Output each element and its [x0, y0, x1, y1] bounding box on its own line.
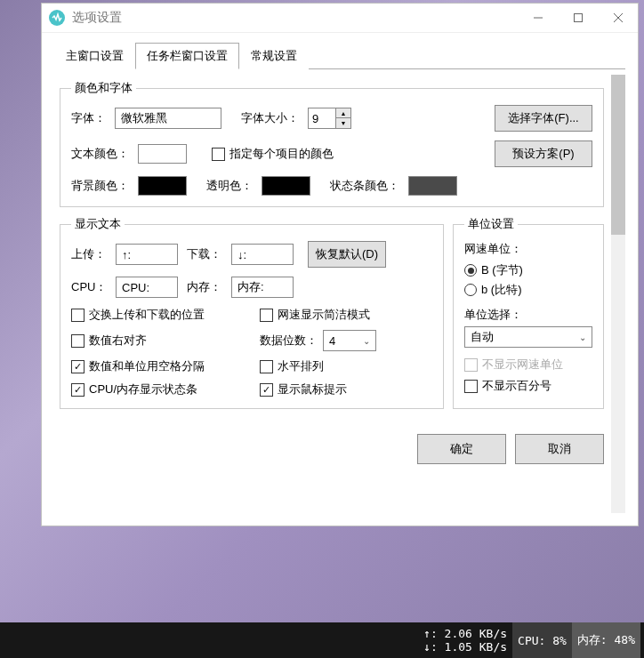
maximize-button[interactable]	[558, 4, 598, 33]
tab-main-window[interactable]: 主窗口设置	[54, 43, 135, 69]
cpu-mem-statusbar-label: CPU/内存显示状态条	[89, 381, 197, 397]
options-dialog: 选项设置 主窗口设置 任务栏窗口设置 常规设置 颜色和字体 字体：	[41, 3, 639, 526]
restore-default-button[interactable]: 恢复默认(D)	[308, 241, 386, 268]
netspeed-unit-label: 网速单位：	[464, 241, 592, 257]
checkbox-icon	[464, 358, 478, 372]
cpu-value: CPU: 8%	[518, 634, 567, 647]
bg-color-label: 背景颜色：	[71, 178, 129, 194]
swap-up-down-label: 交换上传和下载的位置	[89, 307, 205, 323]
choose-font-button[interactable]: 选择字体(F)...	[495, 105, 592, 132]
display-text-group: 显示文本 上传： 下载： 恢复默认(D) CPU： 内存：	[60, 216, 444, 409]
traffic-monitor[interactable]: ↑: 2.06 KB/s ↓: 1.05 KB/s CPU: 8% 内存: 48…	[418, 622, 640, 658]
trans-color-label: 透明色：	[206, 178, 253, 194]
horizontal-layout-checkbox[interactable]: 水平排列	[260, 358, 432, 374]
content-area: 颜色和字体 字体： 字体大小： ▲ ▼ 选择字体(F)...	[54, 69, 625, 513]
cpu-prefix-input[interactable]	[116, 277, 178, 298]
unit-settings-group: 单位设置 网速单位： B (字节) b (比特) 单位选择： 自动 ⌄	[453, 216, 604, 409]
chevron-down-icon: ⌄	[363, 336, 370, 346]
preset-scheme-button[interactable]: 预设方案(P)	[495, 140, 592, 167]
memory-display: 内存: 48%	[572, 622, 640, 658]
app-icon	[49, 10, 65, 26]
tab-general[interactable]: 常规设置	[239, 43, 309, 69]
checkbox-icon	[71, 360, 85, 373]
font-name-input[interactable]	[115, 108, 221, 129]
unit-select-combo[interactable]: 自动 ⌄	[464, 326, 592, 348]
radio-icon	[464, 284, 477, 296]
upload-label: 上传：	[71, 246, 107, 262]
status-bar-color-swatch[interactable]	[408, 176, 457, 196]
minimize-button[interactable]	[518, 4, 558, 33]
upload-prefix-input[interactable]	[116, 244, 178, 265]
titlebar: 选项设置	[42, 4, 638, 33]
value-right-align-checkbox[interactable]: 数值右对齐	[71, 330, 244, 351]
unit-settings-legend: 单位设置	[464, 216, 518, 232]
tab-taskbar-window[interactable]: 任务栏窗口设置	[135, 43, 239, 69]
checkbox-icon	[260, 383, 273, 397]
trans-color-swatch[interactable]	[262, 176, 310, 196]
download-speed: ↓: 1.05 KB/s	[423, 640, 507, 654]
taskbar: ↑: 2.06 KB/s ↓: 1.05 KB/s CPU: 8% 内存: 48…	[0, 622, 644, 658]
svg-rect-1	[574, 14, 582, 22]
vertical-scrollbar[interactable]	[611, 75, 625, 513]
text-color-swatch[interactable]	[138, 144, 187, 164]
per-item-color-checkbox[interactable]: 指定每个项目的颜色	[212, 146, 334, 162]
font-size-spinner[interactable]: ▲ ▼	[308, 108, 351, 129]
close-button[interactable]	[598, 4, 638, 33]
show-tooltip-label: 显示鼠标提示	[278, 381, 347, 397]
memory-prefix-input[interactable]	[231, 277, 294, 298]
checkbox-icon	[71, 334, 85, 348]
window-title: 选项设置	[72, 10, 518, 26]
ok-button[interactable]: 确定	[417, 434, 506, 464]
net-concise-label: 网速显示简洁模式	[278, 307, 370, 323]
font-size-input[interactable]	[309, 112, 335, 125]
cpu-display: CPU: 8%	[512, 622, 572, 658]
num-unit-space-checkbox[interactable]: 数值和单位用空格分隔	[71, 358, 244, 374]
checkbox-icon	[260, 309, 273, 322]
colors-fonts-group: 颜色和字体 字体： 字体大小： ▲ ▼ 选择字体(F)...	[60, 80, 604, 207]
font-size-up[interactable]: ▲	[336, 108, 350, 118]
cpu-label: CPU：	[71, 279, 107, 295]
tab-strip: 主窗口设置 任务栏窗口设置 常规设置	[54, 42, 625, 69]
text-color-label: 文本颜色：	[71, 146, 129, 162]
memory-label: 内存：	[187, 279, 222, 295]
status-bar-color-label: 状态条颜色：	[330, 178, 399, 194]
unit-select-label: 单位选择：	[464, 307, 592, 323]
upload-speed: ↑: 2.06 KB/s	[423, 627, 507, 640]
checkbox-icon	[71, 309, 85, 322]
download-label: 下载：	[187, 246, 222, 262]
scrollbar-thumb[interactable]	[611, 75, 625, 235]
net-speed-display: ↑: 2.06 KB/s ↓: 1.05 KB/s	[418, 622, 512, 658]
per-item-color-label: 指定每个项目的颜色	[229, 146, 334, 162]
checkbox-icon	[212, 148, 225, 161]
value-right-align-label: 数值右对齐	[89, 333, 147, 349]
num-unit-space-label: 数值和单位用空格分隔	[89, 358, 205, 374]
checkbox-icon	[260, 360, 273, 373]
checkbox-icon	[464, 380, 478, 393]
font-size-down[interactable]: ▼	[336, 118, 350, 128]
hide-percent-checkbox[interactable]: 不显示百分号	[464, 378, 592, 394]
cancel-button[interactable]: 取消	[515, 434, 604, 464]
data-digits-label: 数据位数：	[260, 333, 318, 349]
cpu-mem-statusbar-checkbox[interactable]: CPU/内存显示状态条	[71, 381, 244, 397]
dialog-buttons: 确定 取消	[60, 434, 604, 464]
byte-label: B (字节)	[481, 262, 523, 278]
bit-radio[interactable]: b (比特)	[464, 282, 592, 298]
data-digits-value: 4	[329, 334, 335, 348]
font-label: 字体：	[71, 110, 106, 126]
net-concise-checkbox[interactable]: 网速显示简洁模式	[260, 307, 432, 323]
checkbox-icon	[71, 383, 85, 397]
bit-label: b (比特)	[481, 282, 522, 298]
bg-color-swatch[interactable]	[138, 176, 187, 196]
swap-up-down-checkbox[interactable]: 交换上传和下载的位置	[71, 307, 244, 323]
chevron-down-icon: ⌄	[579, 333, 586, 342]
hide-netspeed-unit-label: 不显示网速单位	[482, 357, 563, 373]
download-prefix-input[interactable]	[231, 244, 294, 265]
show-tooltip-checkbox[interactable]: 显示鼠标提示	[260, 381, 432, 397]
display-text-legend: 显示文本	[71, 216, 125, 232]
data-digits-combo[interactable]: 4 ⌄	[323, 330, 376, 351]
memory-value: 内存: 48%	[577, 632, 635, 648]
byte-radio[interactable]: B (字节)	[464, 262, 592, 278]
hide-netspeed-unit-checkbox: 不显示网速单位	[464, 357, 592, 373]
colors-fonts-legend: 颜色和字体	[71, 80, 136, 96]
font-size-label: 字体大小：	[241, 110, 299, 126]
